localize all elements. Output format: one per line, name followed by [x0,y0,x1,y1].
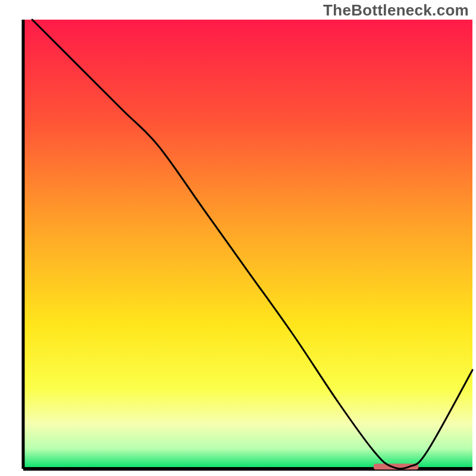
plot-background [23,20,472,469]
watermark-label: TheBottleneck.com [323,1,469,20]
bottleneck-chart [0,0,476,476]
chart-frame: TheBottleneck.com [0,0,476,476]
